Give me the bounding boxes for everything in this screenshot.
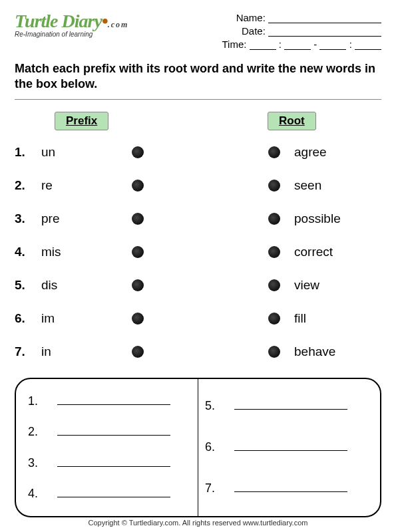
row-number: 6.	[15, 311, 41, 326]
match-dot-left[interactable]	[132, 246, 144, 258]
answer-number: 4.	[28, 487, 52, 501]
prefix-word: un	[41, 145, 114, 160]
answer-row: 4.	[28, 487, 191, 501]
answer-number: 5.	[205, 399, 229, 413]
match-dot-left[interactable]	[132, 180, 144, 192]
match-dot-right[interactable]	[268, 346, 280, 358]
match-dot-left[interactable]	[132, 279, 144, 291]
answer-blank[interactable]	[57, 404, 170, 405]
copyright-footer: Copyright © Turtlediary.com. All rights …	[0, 519, 396, 527]
answer-divider	[198, 379, 198, 516]
row-number: 4.	[15, 245, 41, 259]
brand-tagline: Re-Imagination of learning	[15, 31, 161, 38]
root-header: Root	[268, 112, 316, 130]
answer-row: 1.	[28, 394, 191, 408]
match-dot-right[interactable]	[268, 313, 280, 325]
brand-suffix: .com	[108, 20, 129, 29]
time-label: Time:	[222, 39, 247, 50]
answer-box: 1.2.3.4. 5.6.7.	[15, 378, 381, 517]
answer-blank[interactable]	[57, 497, 170, 497]
match-dot-right[interactable]	[268, 279, 280, 291]
answer-blank[interactable]	[57, 466, 170, 467]
answer-blank[interactable]	[234, 491, 347, 492]
brand-name: Turtle Diary	[15, 11, 102, 31]
root-word: agree	[294, 145, 381, 160]
prefix-word: mis	[41, 245, 114, 259]
brand-logo: Turtle Diary•.com Re-Imagination of lear…	[15, 12, 161, 38]
answer-blank[interactable]	[234, 409, 347, 410]
match-dot-left[interactable]	[132, 313, 144, 325]
match-row: 5.disview	[15, 269, 381, 302]
student-fields: Name: Date: Time: : - :	[161, 12, 381, 52]
row-number: 5.	[15, 278, 41, 293]
divider-line	[15, 99, 381, 100]
match-row: 6.imfill	[15, 302, 381, 335]
answer-number: 6.	[205, 440, 229, 454]
match-row: 4.miscorrect	[15, 235, 381, 269]
root-word: correct	[294, 245, 381, 259]
root-word: seen	[294, 178, 381, 193]
prefix-header: Prefix	[55, 112, 108, 130]
prefix-word: re	[41, 178, 114, 193]
match-row: 3.prepossible	[15, 202, 381, 235]
prefix-word: im	[41, 311, 114, 326]
time-blank[interactable]	[319, 41, 346, 50]
answer-blank[interactable]	[57, 435, 170, 436]
root-word: possible	[294, 211, 381, 226]
worksheet-header: Turtle Diary•.com Re-Imagination of lear…	[15, 12, 381, 52]
answer-row: 5.	[205, 399, 368, 413]
answer-number: 2.	[28, 425, 52, 439]
match-dot-right[interactable]	[268, 180, 280, 192]
time-blank[interactable]	[355, 41, 381, 50]
date-label: Date:	[242, 25, 266, 37]
match-row: 1.unagree	[15, 136, 381, 169]
root-word: view	[294, 278, 381, 293]
row-number: 2.	[15, 178, 41, 193]
match-dot-left[interactable]	[132, 213, 144, 225]
match-dot-right[interactable]	[268, 246, 280, 258]
match-row: 2.reseen	[15, 169, 381, 202]
answer-row: 2.	[28, 425, 191, 439]
matching-rows: 1.unagree2.reseen3.prepossible4.miscorre…	[15, 136, 381, 368]
row-number: 1.	[15, 145, 41, 160]
root-word: behave	[294, 344, 381, 359]
answer-number: 3.	[28, 456, 52, 470]
match-dot-left[interactable]	[132, 146, 144, 158]
name-label: Name:	[236, 12, 266, 23]
answer-number: 7.	[205, 481, 229, 495]
time-blank[interactable]	[250, 41, 276, 50]
root-word: fill	[294, 311, 381, 326]
match-row: 7.inbehave	[15, 335, 381, 368]
match-dot-right[interactable]	[268, 146, 280, 158]
match-dot-left[interactable]	[132, 346, 144, 358]
row-number: 7.	[15, 344, 41, 359]
prefix-word: pre	[41, 211, 114, 226]
name-blank[interactable]	[268, 14, 381, 23]
answer-blank[interactable]	[234, 450, 347, 451]
answer-row: 6.	[205, 440, 368, 454]
prefix-word: dis	[41, 278, 114, 293]
time-blank[interactable]	[284, 41, 311, 50]
answer-row: 7.	[205, 481, 368, 495]
answer-row: 3.	[28, 456, 191, 470]
row-number: 3.	[15, 211, 41, 226]
answer-number: 1.	[28, 394, 52, 408]
match-dot-right[interactable]	[268, 213, 280, 225]
date-blank[interactable]	[268, 27, 381, 37]
instructions-text: Match each prefix with its root word and…	[15, 61, 381, 92]
prefix-word: in	[41, 344, 114, 359]
